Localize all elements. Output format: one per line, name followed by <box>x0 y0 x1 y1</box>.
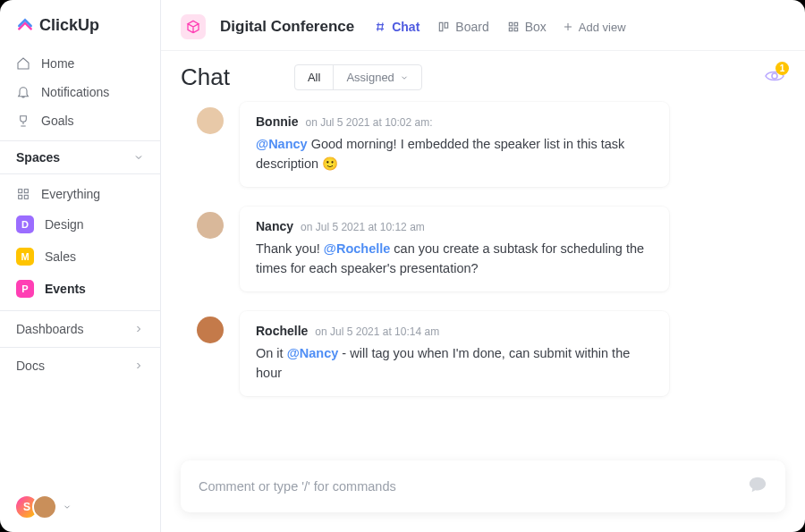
watchers-button[interactable]: 1 <box>764 65 785 90</box>
trophy-icon <box>16 114 30 128</box>
chat-title: Chat <box>181 63 230 91</box>
message-avatar <box>197 212 224 239</box>
svg-rect-6 <box>509 22 513 26</box>
view-chat-label: Chat <box>392 20 419 34</box>
add-view-button[interactable]: Add view <box>563 21 626 34</box>
svg-rect-5 <box>445 22 448 28</box>
nav-docs[interactable]: Docs <box>0 347 160 384</box>
view-chat[interactable]: Chat <box>372 16 421 38</box>
chat-header: Chat All Assigned 1 <box>161 51 805 95</box>
mention[interactable]: @Rochelle <box>324 241 391 256</box>
board-icon <box>437 21 450 33</box>
box-icon <box>507 21 520 33</box>
project-title: Digital Conference <box>220 18 354 36</box>
space-everything-label: Everything <box>41 187 100 201</box>
logo-text: ClickUp <box>39 16 99 35</box>
message-author: Nancy <box>256 219 293 233</box>
space-sales-label: Sales <box>45 249 76 264</box>
nav-notifications-label: Notifications <box>41 85 109 99</box>
spaces-header-label: Spaces <box>16 150 60 165</box>
sidebar: ClickUp Home Notifications Goals Spaces <box>0 0 161 532</box>
chevron-right-icon <box>133 324 144 334</box>
svg-rect-9 <box>514 28 518 31</box>
home-icon <box>16 56 30 71</box>
chevron-right-icon <box>133 360 144 371</box>
message-body: Thank you! @Rochelle can you create a su… <box>256 239 653 279</box>
message-card[interactable]: Bonnie on Jul 5 2021 at 10:02 am: @Nancy… <box>240 102 669 187</box>
view-board-label: Board <box>455 20 488 34</box>
app-shell: ClickUp Home Notifications Goals Spaces <box>0 0 805 532</box>
message-list: Bonnie on Jul 5 2021 at 10:02 am: @Nancy… <box>161 95 805 450</box>
view-box[interactable]: Box <box>505 16 548 38</box>
message-card[interactable]: Rochelle on Jul 5 2021 at 10:14 am On it… <box>240 311 669 396</box>
svg-rect-1 <box>24 190 28 193</box>
nav-notifications[interactable]: Notifications <box>0 78 160 106</box>
nav-docs-label: Docs <box>16 359 45 373</box>
chat-bubble-icon <box>748 475 767 494</box>
spaces-list: Everything D Design M Sales P Events <box>0 174 160 310</box>
main: Digital Conference Chat Board Box Add vi… <box>161 0 805 532</box>
logo-icon <box>16 17 34 35</box>
nav-goals[interactable]: Goals <box>0 106 160 135</box>
message-body: On it @Nancy - will tag you when I'm don… <box>256 343 653 384</box>
filter-all[interactable]: All <box>295 65 333 89</box>
svg-rect-3 <box>24 195 28 198</box>
space-design[interactable]: D Design <box>0 208 160 241</box>
mention[interactable]: @Nancy <box>256 137 308 151</box>
spaces-header[interactable]: Spaces <box>0 140 160 174</box>
space-events-label: Events <box>45 282 86 296</box>
space-events[interactable]: P Events <box>0 273 160 305</box>
message-author: Bonnie <box>256 114 298 129</box>
svg-rect-8 <box>509 28 513 31</box>
message-card[interactable]: Nancy on Jul 5 2021 at 10:12 am Thank yo… <box>240 207 669 291</box>
user-avatar-photo <box>32 494 57 519</box>
add-view-label: Add view <box>579 21 626 34</box>
message: Rochelle on Jul 5 2021 at 10:14 am On it… <box>197 311 769 396</box>
space-sales[interactable]: M Sales <box>0 241 160 273</box>
space-events-badge: P <box>16 280 34 298</box>
chevron-down-icon[interactable] <box>63 502 72 511</box>
grid-icon <box>16 187 30 201</box>
sidebar-footer: S <box>0 482 160 532</box>
filter-assigned[interactable]: Assigned <box>333 65 420 89</box>
nav-dashboards-label: Dashboards <box>16 322 84 336</box>
message-avatar <box>197 107 224 134</box>
space-design-label: Design <box>45 217 84 232</box>
logo[interactable]: ClickUp <box>0 0 160 44</box>
chevron-down-icon <box>133 152 144 163</box>
composer[interactable] <box>181 460 785 512</box>
space-everything[interactable]: Everything <box>0 180 160 208</box>
chat-filter-tabs: All Assigned <box>294 64 422 90</box>
message: Nancy on Jul 5 2021 at 10:12 am Thank yo… <box>197 207 769 291</box>
message-timestamp: on Jul 5 2021 at 10:12 am <box>301 221 425 233</box>
nav-goals-label: Goals <box>41 114 74 128</box>
bell-icon <box>16 85 30 99</box>
message: Bonnie on Jul 5 2021 at 10:02 am: @Nancy… <box>197 102 769 187</box>
cube-icon <box>186 20 200 34</box>
chevron-down-icon <box>400 73 409 82</box>
mention[interactable]: @Nancy <box>287 346 339 360</box>
project-icon <box>181 14 206 39</box>
message-timestamp: on Jul 5 2021 at 10:02 am: <box>305 116 432 129</box>
view-box-label: Box <box>525 20 547 34</box>
nav-home[interactable]: Home <box>0 49 160 78</box>
nav-home-label: Home <box>41 56 74 71</box>
message-timestamp: on Jul 5 2021 at 10:14 am <box>315 325 439 338</box>
send-button[interactable] <box>748 475 767 498</box>
svg-rect-7 <box>514 22 518 26</box>
topbar: Digital Conference Chat Board Box Add vi… <box>161 0 805 51</box>
svg-point-10 <box>772 73 777 79</box>
composer-input[interactable] <box>199 479 748 494</box>
message-author: Rochelle <box>256 324 308 338</box>
view-board[interactable]: Board <box>436 16 490 38</box>
message-avatar <box>197 317 224 343</box>
hash-icon <box>374 21 386 33</box>
svg-rect-0 <box>19 190 22 193</box>
svg-rect-2 <box>19 195 22 198</box>
space-design-badge: D <box>16 215 34 233</box>
user-avatar-stack[interactable]: S <box>14 494 57 519</box>
primary-nav: Home Notifications Goals <box>0 44 160 140</box>
nav-dashboards[interactable]: Dashboards <box>0 310 160 347</box>
svg-rect-4 <box>440 22 444 30</box>
composer-region <box>161 450 805 532</box>
